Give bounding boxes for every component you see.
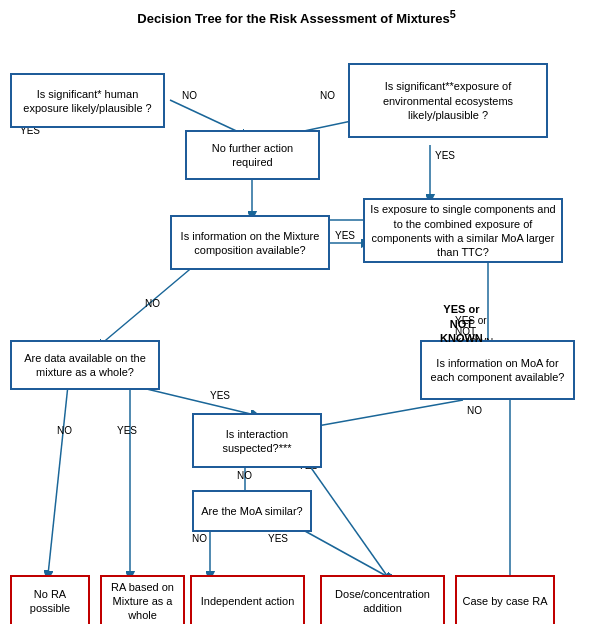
moa-similar-box: Are the MoA similar?	[192, 490, 312, 532]
label-yes-2: YES	[335, 230, 355, 241]
label-no-4: NO	[145, 298, 160, 309]
mixture-composition-box: Is information on the Mixture compositio…	[170, 215, 330, 270]
yes-not-known-label: YES orNOTKNOWN	[440, 302, 483, 345]
case-by-case-box: Case by case RA	[455, 575, 555, 624]
label-no-5: NO	[57, 425, 72, 436]
label-no-6: NO	[467, 405, 482, 416]
page-title: Decision Tree for the Risk Assessment of…	[0, 0, 593, 26]
svg-line-10	[48, 385, 68, 575]
label-yes-5: YES	[210, 390, 230, 401]
no-further-action-box: No further action required	[185, 130, 320, 180]
data-mixture-box: Are data available on the mixture as a w…	[10, 340, 160, 390]
label-yes-7: YES	[268, 533, 288, 544]
interaction-box: Is interaction suspected?***	[192, 413, 322, 468]
human-exposure-box: Is significant* human exposure likely/pl…	[10, 73, 165, 128]
label-yes-4: YES	[117, 425, 137, 436]
label-no-2: NO	[320, 90, 335, 101]
dose-conc-box: Dose/concentration addition	[320, 575, 445, 624]
independent-box: Independent action	[190, 575, 305, 624]
single-components-box: Is exposure to single components and to …	[363, 198, 563, 263]
label-no-7: NO	[237, 470, 252, 481]
label-no-1: NO	[182, 90, 197, 101]
diagram-container: NO NO YES NO YES YES NO YES orNOTKNOWN N…	[0, 30, 593, 624]
moa-info-box: Is information on MoA for each component…	[420, 340, 575, 400]
label-no-8: NO	[192, 533, 207, 544]
env-exposure-box: Is significant**exposure of environmenta…	[348, 63, 548, 138]
no-ra-box: No RA possible	[10, 575, 90, 624]
label-yes-1: YES	[435, 150, 455, 161]
ra-mixture-box: RA based on Mixture as a whole	[100, 575, 185, 624]
